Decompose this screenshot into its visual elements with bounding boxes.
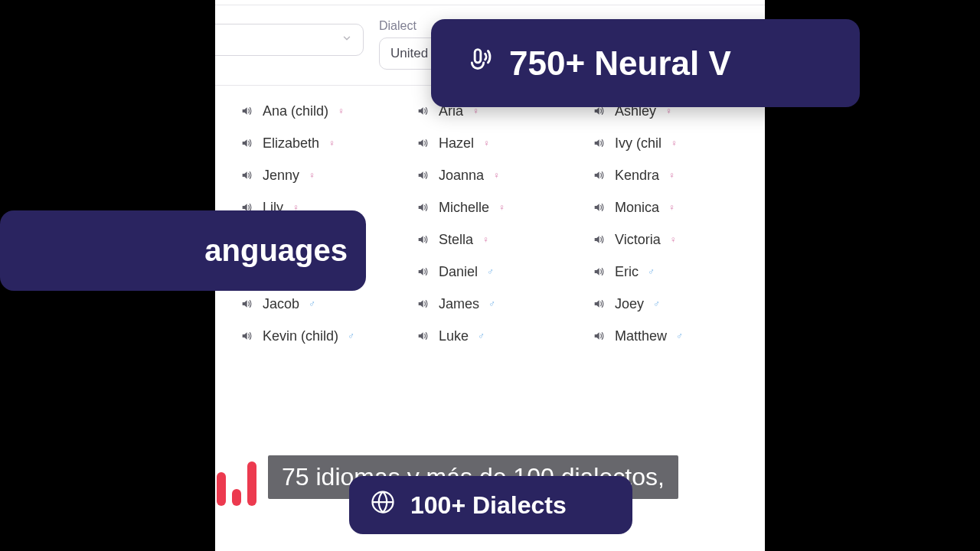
voice-item[interactable]: Kevin (child)♂ — [240, 320, 416, 352]
gender-icon: ♂ — [478, 331, 485, 341]
equalizer-icon — [217, 461, 256, 506]
voice-item[interactable]: Michelle♀ — [416, 191, 592, 223]
voice-item[interactable]: Stella♀ — [416, 223, 592, 256]
voice-item — [240, 352, 416, 384]
voice-item[interactable]: ry♂ — [215, 288, 240, 320]
voice-item[interactable]: Daniel♂ — [416, 256, 592, 288]
voice-item[interactable]: el♂ — [215, 352, 240, 384]
speaker-icon[interactable] — [416, 168, 430, 182]
dialects-text: 100+ Dialects — [410, 491, 567, 520]
neural-voices-badge: 750+ Neural V — [431, 19, 860, 107]
voice-item — [215, 159, 240, 191]
gender-icon: ♀ — [668, 202, 675, 213]
voice-item — [592, 352, 765, 384]
language-dropdown[interactable] — [215, 24, 364, 56]
gender-icon: ♂ — [488, 298, 495, 309]
voice-item[interactable]: Victoria♀ — [592, 223, 765, 256]
gender-icon: ♂ — [348, 331, 354, 341]
voice-icon — [460, 42, 495, 85]
voice-name: Joey — [615, 296, 644, 312]
voice-name: Hazel — [439, 135, 474, 152]
voice-item[interactable]: Jacob♂ — [240, 288, 416, 320]
voice-item[interactable]: Matthew♂ — [592, 320, 765, 352]
neural-voices-text: 750+ Neural V — [509, 44, 731, 83]
speaker-icon[interactable] — [592, 329, 606, 343]
voice-item[interactable]: James♂ — [416, 288, 592, 320]
speaker-icon[interactable] — [240, 297, 253, 311]
voice-name: Joanna — [439, 168, 484, 184]
voice-name: Daniel — [439, 264, 478, 280]
voice-item[interactable]: Jenny♀ — [240, 159, 416, 191]
gender-icon: ♀ — [498, 202, 505, 213]
gender-icon: ♀ — [483, 138, 490, 148]
gender-icon: ♂ — [653, 298, 660, 309]
speaker-icon[interactable] — [592, 297, 606, 311]
svg-rect-0 — [475, 49, 481, 62]
gender-icon: ♀ — [482, 234, 489, 245]
speaker-icon[interactable] — [416, 233, 430, 246]
voice-name: Michelle — [439, 200, 489, 216]
speaker-icon[interactable] — [416, 329, 430, 343]
voice-item — [416, 352, 592, 384]
languages-text: anguages — [204, 233, 348, 268]
voice-item — [215, 95, 240, 127]
voice-name: Monica — [615, 200, 659, 216]
voice-item[interactable]: Eric♂ — [592, 256, 765, 288]
speaker-icon[interactable] — [592, 168, 606, 182]
gender-icon: ♀ — [670, 234, 677, 245]
gender-icon: ♂ — [648, 266, 655, 277]
speaker-icon[interactable] — [416, 265, 430, 279]
voice-item[interactable]: in (child)♂ — [215, 320, 240, 352]
voice-name: Jacob — [263, 296, 299, 312]
globe-icon — [369, 488, 397, 522]
voice-item[interactable]: Elizabeth♀ — [240, 127, 416, 159]
chevron-down-icon — [341, 32, 352, 47]
gender-icon: ♂ — [487, 266, 494, 277]
voice-name: Ivy (chil — [615, 135, 662, 152]
voice-item — [215, 127, 240, 159]
gender-icon: ♀ — [671, 138, 678, 148]
voice-name: Ana (child) — [263, 103, 328, 119]
voice-name: Stella — [439, 232, 473, 248]
speaker-icon[interactable] — [592, 201, 606, 214]
voice-name: Eric — [615, 264, 639, 280]
voice-item[interactable]: Luke♂ — [416, 320, 592, 352]
speaker-icon[interactable] — [416, 104, 430, 118]
gender-icon: ♂ — [676, 331, 683, 341]
gender-icon: ♀ — [665, 106, 672, 116]
gender-icon: ♀ — [338, 106, 345, 116]
languages-badge: anguages — [0, 210, 366, 291]
voice-item[interactable]: Ana (child)♀ — [240, 95, 416, 127]
gender-icon: ♂ — [309, 298, 315, 309]
speaker-icon[interactable] — [240, 329, 253, 343]
voice-name: Elizabeth — [263, 135, 319, 152]
speaker-icon[interactable] — [240, 104, 253, 118]
speaker-icon[interactable] — [416, 297, 430, 311]
voice-item[interactable]: Hazel♀ — [416, 127, 592, 159]
voice-item[interactable]: Ivy (chil♀ — [592, 127, 765, 159]
speaker-icon[interactable] — [416, 201, 430, 214]
voice-name: Jenny — [263, 168, 299, 184]
speaker-icon[interactable] — [240, 168, 253, 182]
speaker-icon[interactable] — [416, 136, 430, 150]
speaker-icon[interactable] — [592, 136, 606, 150]
voice-name: Kendra — [615, 168, 659, 184]
speaker-icon[interactable] — [592, 265, 606, 279]
voice-item[interactable]: Joanna♀ — [416, 159, 592, 191]
voice-name: Victoria — [615, 232, 661, 248]
gender-icon: ♀ — [493, 170, 500, 181]
speaker-icon[interactable] — [240, 136, 253, 150]
voice-name: Kevin (child) — [263, 328, 338, 344]
voice-item[interactable]: Joey♂ — [592, 288, 765, 320]
speaker-icon[interactable] — [592, 233, 606, 246]
voice-item[interactable]: Kendra♀ — [592, 159, 765, 191]
voice-item[interactable]: Monica♀ — [592, 191, 765, 223]
gender-icon: ♀ — [328, 138, 335, 148]
gender-icon: ♀ — [668, 170, 675, 181]
gender-icon: ♀ — [309, 170, 315, 181]
voice-name: James — [439, 296, 479, 312]
gender-icon: ♀ — [472, 106, 479, 116]
dialects-badge: 100+ Dialects — [349, 476, 632, 534]
voice-name: Luke — [439, 328, 469, 344]
voice-name: Matthew — [615, 328, 667, 344]
